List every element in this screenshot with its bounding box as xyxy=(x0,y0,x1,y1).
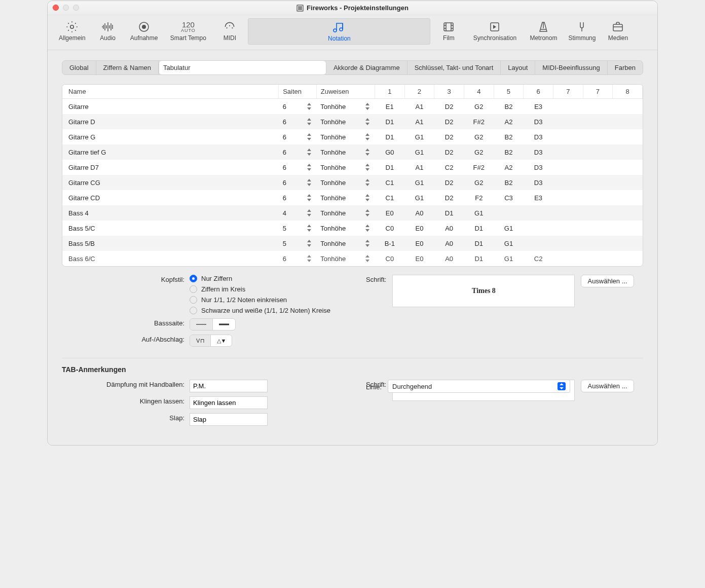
cell-assign[interactable]: Tonhöhe xyxy=(316,114,375,129)
close-icon[interactable] xyxy=(53,5,59,11)
cell-note[interactable] xyxy=(553,114,583,129)
table-row[interactable]: Gitarre CG6TonhöheC1G1D2G2B2D3 xyxy=(62,175,643,190)
cell-note[interactable]: D1 xyxy=(464,251,494,266)
subtab-global[interactable]: Global xyxy=(62,61,96,75)
cell-note[interactable]: G1 xyxy=(494,251,524,266)
stepper-icon[interactable] xyxy=(364,209,370,217)
cell-note[interactable] xyxy=(553,251,583,266)
stepper-icon[interactable] xyxy=(364,194,370,202)
cell-note[interactable]: G2 xyxy=(464,144,494,160)
cell-note[interactable]: D2 xyxy=(434,190,464,205)
stepper-icon[interactable] xyxy=(306,178,312,187)
cell-note[interactable]: D2 xyxy=(434,175,464,190)
cell-note[interactable] xyxy=(613,220,643,236)
table-row[interactable]: Bass 44TonhöheE0A0D1G1 xyxy=(62,205,643,220)
subtab-ziffern[interactable]: Ziffern & Namen xyxy=(96,61,159,75)
cell-note[interactable]: D1 xyxy=(434,205,464,220)
zoom-icon[interactable] xyxy=(73,5,79,11)
cell-note[interactable]: G1 xyxy=(494,236,524,251)
stepper-icon[interactable] xyxy=(364,254,370,263)
stepper-icon[interactable] xyxy=(306,133,312,141)
subtab-farben[interactable]: Farben xyxy=(608,61,643,75)
cell-strings[interactable]: 6 xyxy=(279,175,317,190)
col-8[interactable]: 8 xyxy=(613,85,643,99)
col-2[interactable]: 2 xyxy=(404,85,434,99)
cell-strings[interactable]: 4 xyxy=(279,205,317,220)
radio-schwarz-weiss[interactable]: Schwarze und weiße (1/1, 1/2 Noten) Krei… xyxy=(190,307,330,314)
cell-note[interactable]: B2 xyxy=(494,129,524,144)
cell-note[interactable]: A1 xyxy=(404,114,434,129)
cell-note[interactable]: D1 xyxy=(375,114,404,129)
cell-note[interactable]: D3 xyxy=(524,129,553,144)
cell-note[interactable] xyxy=(583,144,613,160)
subtab-akkorde[interactable]: Akkorde & Diagramme xyxy=(326,61,407,75)
cell-note[interactable] xyxy=(553,175,583,190)
cell-note[interactable]: E3 xyxy=(524,99,553,115)
col-1[interactable]: 1 xyxy=(375,85,404,99)
cell-note[interactable] xyxy=(583,190,613,205)
cell-note[interactable]: G1 xyxy=(404,129,434,144)
col-7b[interactable]: 7 xyxy=(583,85,613,99)
cell-note[interactable]: C0 xyxy=(375,220,404,236)
table-row[interactable]: Gitarre6TonhöheE1A1D2G2B2E3 xyxy=(62,99,643,115)
radio-nur-ziffern[interactable]: Nur Ziffern xyxy=(190,275,330,282)
cell-name[interactable]: Gitarre CG xyxy=(62,175,279,190)
cell-note[interactable]: D2 xyxy=(434,144,464,160)
stepper-icon[interactable] xyxy=(306,118,312,126)
cell-note[interactable] xyxy=(613,190,643,205)
tab-allgemein[interactable]: Allgemein xyxy=(55,18,90,44)
tab-smart-tempo[interactable]: 120 AUTO Smart Tempo xyxy=(165,18,211,44)
cell-note[interactable]: D1 xyxy=(375,129,404,144)
stepper-icon[interactable] xyxy=(364,178,370,187)
cell-note[interactable] xyxy=(613,99,643,115)
cell-assign[interactable]: Tonhöhe xyxy=(316,160,375,175)
cell-strings[interactable]: 6 xyxy=(279,99,317,115)
cell-note[interactable]: F2 xyxy=(464,190,494,205)
cell-name[interactable]: Bass 4 xyxy=(62,205,279,220)
cell-strings[interactable]: 5 xyxy=(279,220,317,236)
cell-note[interactable]: D3 xyxy=(524,144,553,160)
cell-note[interactable]: C3 xyxy=(494,190,524,205)
cell-note[interactable] xyxy=(613,236,643,251)
stepper-icon[interactable] xyxy=(306,163,312,171)
cell-name[interactable]: Gitarre D7 xyxy=(62,160,279,175)
cell-note[interactable] xyxy=(553,129,583,144)
cell-assign[interactable]: Tonhöhe xyxy=(316,99,375,115)
cell-note[interactable] xyxy=(613,160,643,175)
cell-note[interactable] xyxy=(524,236,553,251)
tab-synchronisation[interactable]: Synchronisation xyxy=(467,18,523,44)
cell-note[interactable]: A0 xyxy=(434,251,464,266)
cell-note[interactable] xyxy=(583,129,613,144)
cell-name[interactable]: Gitarre xyxy=(62,99,279,115)
cell-note[interactable] xyxy=(553,220,583,236)
tab-film[interactable]: Film xyxy=(433,18,464,44)
cell-note[interactable]: C1 xyxy=(375,190,404,205)
cell-assign[interactable]: Tonhöhe xyxy=(316,251,375,266)
tab-metronom[interactable]: Metronom xyxy=(526,18,561,44)
subtab-midi[interactable]: MIDI-Beeinflussung xyxy=(535,61,607,75)
cell-note[interactable] xyxy=(583,251,613,266)
cell-note[interactable] xyxy=(553,99,583,115)
table-row[interactable]: Bass 5/B5TonhöheB-1E0A0D1G1 xyxy=(62,236,643,251)
aufab-opt-2[interactable]: △▼ xyxy=(211,335,232,346)
cell-strings[interactable]: 6 xyxy=(279,144,317,160)
cell-note[interactable]: G1 xyxy=(404,144,434,160)
cell-note[interactable]: F#2 xyxy=(464,160,494,175)
cell-note[interactable]: D3 xyxy=(524,160,553,175)
stepper-icon[interactable] xyxy=(364,148,370,156)
stepper-icon[interactable] xyxy=(306,148,312,156)
cell-note[interactable] xyxy=(583,175,613,190)
cell-name[interactable]: Bass 5/B xyxy=(62,236,279,251)
cell-note[interactable] xyxy=(524,220,553,236)
cell-note[interactable]: F#2 xyxy=(464,114,494,129)
table-row[interactable]: Gitarre CD6TonhöheC1G1D2F2C3E3 xyxy=(62,190,643,205)
col-5[interactable]: 5 xyxy=(494,85,524,99)
tab-stimmung[interactable]: Stimmung xyxy=(564,18,600,44)
stepper-icon[interactable] xyxy=(306,194,312,202)
cell-note[interactable]: A2 xyxy=(494,114,524,129)
cell-assign[interactable]: Tonhöhe xyxy=(316,220,375,236)
cell-note[interactable] xyxy=(553,205,583,220)
col-4[interactable]: 4 xyxy=(464,85,494,99)
cell-note[interactable] xyxy=(583,205,613,220)
radio-einkreisen[interactable]: Nur 1/1, 1/2 Noten einkreisen xyxy=(190,296,330,304)
